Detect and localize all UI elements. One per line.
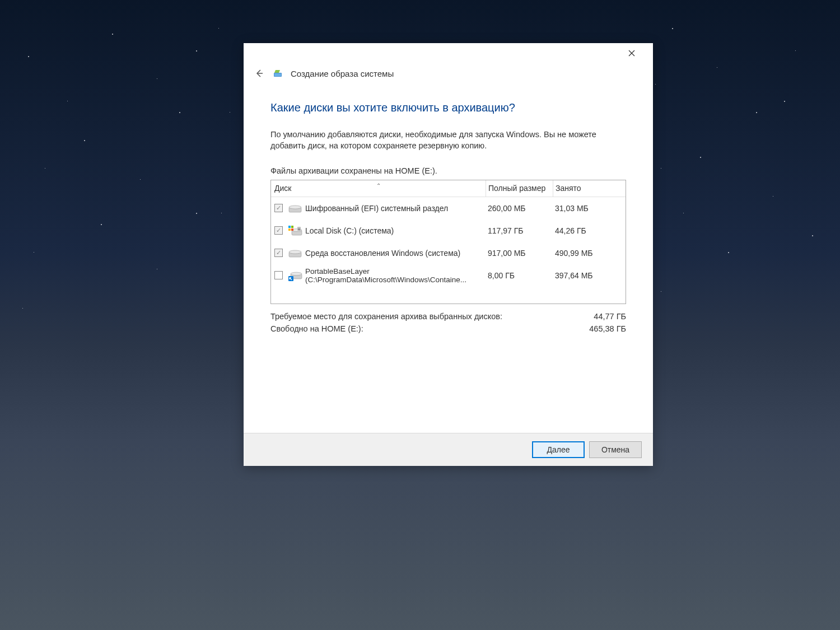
disk-used: 397,64 МБ [553,271,626,280]
column-header-used[interactable]: Занято [553,180,626,197]
svg-rect-11 [288,228,291,231]
disk-icon [287,225,303,237]
svg-rect-10 [291,226,293,228]
disk-checkbox [274,249,283,257]
dialog-footer: Далее Отмена [244,433,653,466]
summary-required: Требуемое место для сохранения архива вы… [270,312,626,321]
back-arrow-icon [255,69,264,78]
disk-icon [287,202,303,214]
summary-free-label: Свободно на HOME (E:): [270,324,363,333]
header-row: Создание образа системы [244,63,653,87]
svg-rect-14 [298,228,300,230]
close-icon [628,50,635,57]
app-icon [273,68,283,78]
disk-size: 117,97 ГБ [486,226,553,235]
next-button[interactable]: Далее [532,441,585,458]
table-row: PortableBaseLayer(C:\ProgramData\Microso… [271,264,626,287]
summary-free-value: 465,38 ГБ [589,324,626,333]
summary-required-label: Требуемое место для сохранения архива вы… [270,312,502,321]
back-button[interactable] [254,68,265,79]
titlebar [244,43,653,63]
disk-size: 8,00 ГБ [486,271,553,280]
save-location-text: Файлы архивации сохранены на HOME (E:). [270,166,626,175]
svg-point-6 [289,206,301,209]
svg-rect-12 [291,228,293,231]
close-button[interactable] [620,45,643,62]
table-row: Local Disk (C:) (система) 117,97 ГБ 44,2… [271,220,626,242]
disk-table: ⌃ Диск Полный размер Занято Шифрованный … [270,180,626,304]
description: По умолчанию добавляются диски, необходи… [270,129,626,152]
sort-indicator-icon: ⌃ [376,183,381,189]
disk-checkbox [274,204,283,212]
svg-point-18 [291,272,302,276]
window-title: Создание образа системы [291,69,394,78]
disk-name: Local Disk (C:) (система) [305,226,394,235]
page-heading: Какие диски вы хотите включить в архивац… [270,101,626,114]
summary-required-value: 44,77 ГБ [594,312,626,321]
column-header-disk[interactable]: ⌃ Диск [271,184,486,193]
table-header: ⌃ Диск Полный размер Занято [271,180,626,197]
disk-name: Среда восстановления Windows (система) [305,249,460,258]
disk-used: 31,03 МБ [553,204,626,213]
disk-checkbox [274,226,283,235]
svg-point-16 [289,250,301,254]
svg-rect-9 [288,226,291,228]
disk-used: 490,99 МБ [553,249,626,258]
disk-name: Шифрованный (EFI) системный раздел [305,204,448,213]
svg-rect-19 [288,276,293,281]
column-header-size[interactable]: Полный размер [486,180,553,197]
summary-free: Свободно на HOME (E:): 465,38 ГБ [270,324,626,333]
disk-size: 260,00 МБ [486,204,553,213]
table-row: Шифрованный (EFI) системный раздел 260,0… [271,197,626,220]
disk-name: PortableBaseLayer [305,267,486,276]
disk-icon [287,269,303,282]
svg-rect-4 [274,73,281,76]
disk-size: 917,00 МБ [486,249,553,258]
system-image-dialog: Создание образа системы Какие диски вы х… [244,43,653,466]
table-body: Шифрованный (EFI) системный раздел 260,0… [271,197,626,287]
cancel-button[interactable]: Отмена [589,441,642,458]
dialog-content: Какие диски вы хотите включить в архивац… [244,87,653,433]
disk-used: 44,26 ГБ [553,226,626,235]
table-row: Среда восстановления Windows (система) 9… [271,242,626,264]
disk-icon [287,247,303,259]
disk-checkbox[interactable] [274,271,283,279]
disk-path: (C:\ProgramData\Microsoft\Windows\Contai… [305,276,486,284]
